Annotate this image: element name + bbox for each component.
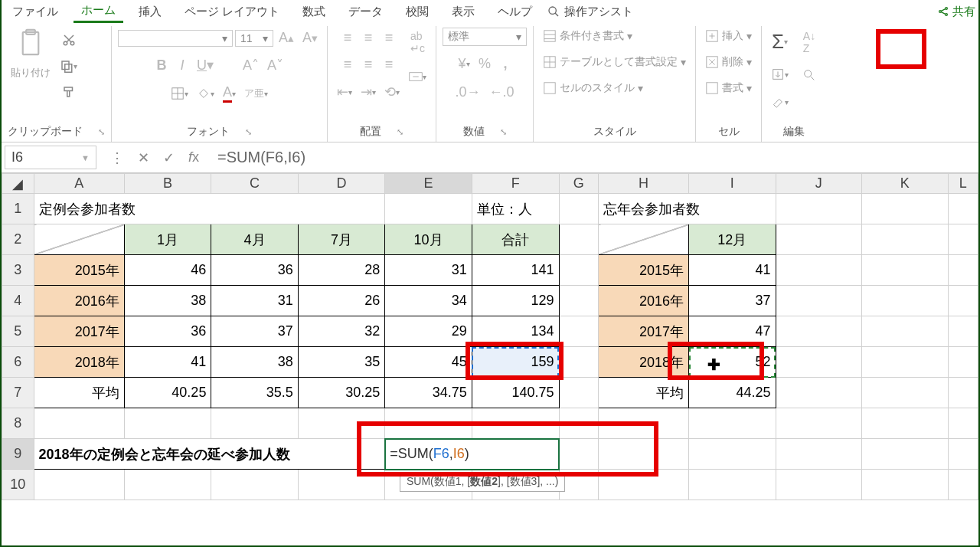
col-header-E[interactable]: E [385, 174, 472, 194]
cell-H8[interactable] [598, 408, 688, 439]
tab-help[interactable]: ヘルプ [490, 2, 540, 22]
alignment-dialog-launcher[interactable]: ⤡ [397, 127, 403, 137]
increase-indent-button[interactable]: ⇥ [358, 81, 379, 103]
cell-F7[interactable]: 140.75 [472, 378, 559, 408]
borders-button[interactable] [168, 84, 191, 103]
cell-B8[interactable] [124, 408, 211, 439]
cell-J10[interactable] [776, 470, 861, 500]
cell-G9[interactable] [559, 439, 598, 470]
cell-J5[interactable] [776, 316, 861, 347]
cell-A7[interactable]: 平均 [34, 378, 124, 408]
insert-function-button[interactable]: fx [188, 149, 199, 166]
cell-D5[interactable]: 32 [298, 316, 385, 347]
cell-A3[interactable]: 2015年 [34, 255, 124, 286]
cell-L1[interactable] [948, 194, 978, 224]
col-header-K[interactable]: K [862, 174, 948, 194]
fill-button[interactable] [768, 65, 792, 84]
cell-I4[interactable]: 37 [689, 286, 776, 316]
tell-me-search[interactable]: 操作アシスト [547, 5, 633, 19]
cell-G4[interactable] [559, 286, 598, 316]
cell-D2[interactable]: 7月 [298, 224, 385, 255]
cell-K5[interactable] [862, 316, 948, 347]
col-header-B[interactable]: B [124, 174, 211, 194]
cell-K1[interactable] [862, 194, 948, 224]
cut-button[interactable] [59, 31, 79, 49]
merge-button[interactable] [406, 67, 430, 86]
increase-font-2[interactable]: A˄ [240, 54, 262, 76]
cell-F8[interactable] [472, 408, 559, 439]
fill-color-button[interactable] [194, 84, 217, 103]
cell-styles-button[interactable]: セルのスタイル ▾ [540, 80, 646, 97]
cell-C3[interactable]: 36 [211, 255, 298, 286]
orientation-button[interactable]: ⟲ [381, 81, 403, 103]
cell-F6[interactable]: 159 [472, 347, 559, 378]
cell-L6[interactable] [948, 347, 978, 378]
cell-G8[interactable] [559, 408, 598, 439]
sort-filter-button[interactable]: A↓Z [800, 28, 818, 57]
cell-G3[interactable] [559, 255, 598, 286]
cell-E1[interactable] [385, 194, 472, 224]
cell-E3[interactable]: 31 [385, 255, 472, 286]
cell-L4[interactable] [948, 286, 978, 316]
cell-B6[interactable]: 41 [124, 347, 211, 378]
cell-I6[interactable]: 52 [689, 347, 776, 378]
cell-G2[interactable] [559, 224, 598, 255]
align-right-button[interactable]: ≡ [380, 54, 398, 75]
cell-E6[interactable]: 45 [385, 347, 472, 378]
cell-F3[interactable]: 141 [472, 255, 559, 286]
row-header-3[interactable]: 3 [2, 255, 34, 286]
select-all-corner[interactable]: ◢ [2, 174, 34, 194]
align-bottom-button[interactable]: ≡ [380, 28, 398, 48]
cell-C8[interactable] [211, 408, 298, 439]
font-family-combo[interactable]: ▾ [118, 30, 233, 47]
col-header-L[interactable]: L [948, 174, 978, 194]
accounting-format-button[interactable]: ¥ [455, 54, 473, 74]
cell-J9[interactable] [776, 439, 861, 470]
cell-E7[interactable]: 34.75 [385, 378, 472, 408]
conditional-formatting-button[interactable]: 条件付き書式 ▾ [540, 28, 635, 44]
col-header-J[interactable]: J [776, 174, 861, 194]
cell-E2[interactable]: 10月 [385, 224, 472, 255]
align-middle-button[interactable]: ≡ [359, 28, 377, 48]
align-left-button[interactable]: ≡ [338, 54, 357, 75]
cell-J3[interactable] [776, 255, 861, 286]
find-select-button[interactable] [799, 66, 819, 84]
cell-J8[interactable] [776, 408, 861, 439]
delete-cells-button[interactable]: 削除 ▾ [702, 54, 755, 70]
row-header-7[interactable]: 7 [2, 378, 34, 408]
cell-A10[interactable] [34, 470, 124, 500]
cell-H10[interactable] [598, 470, 688, 500]
cell-A1[interactable]: 定例会参加者数 [34, 194, 385, 224]
cell-J1[interactable] [776, 194, 861, 224]
cell-F4[interactable]: 129 [472, 286, 559, 316]
cell-E9[interactable]: =SUM(F6,I6) [385, 439, 559, 470]
tab-data[interactable]: データ [341, 2, 390, 22]
col-header-G[interactable]: G [559, 174, 598, 194]
cell-B2[interactable]: 1月 [124, 224, 211, 255]
copy-button[interactable] [57, 57, 80, 75]
decrease-indent-button[interactable]: ⇤ [334, 81, 355, 103]
cell-B10[interactable] [124, 470, 211, 500]
font-size-combo[interactable]: 11▾ [235, 30, 273, 47]
formula-input[interactable]: =SUM(F6,I6) [210, 146, 978, 169]
tab-review[interactable]: 校閲 [398, 2, 436, 22]
cell-I9[interactable] [689, 439, 776, 470]
insert-cells-button[interactable]: 挿入 ▾ [702, 28, 755, 44]
tab-view[interactable]: 表示 [444, 2, 482, 22]
col-header-I[interactable]: I [689, 174, 776, 194]
cell-K2[interactable] [862, 224, 948, 255]
cell-I8[interactable] [689, 408, 776, 439]
row-header-10[interactable]: 10 [2, 470, 34, 500]
tab-insert[interactable]: 挿入 [131, 2, 169, 22]
name-box[interactable]: I6▼ [5, 146, 96, 169]
cell-D6[interactable]: 35 [298, 347, 385, 378]
font-dialog-launcher[interactable]: ⤡ [245, 127, 252, 137]
cell-G5[interactable] [559, 316, 598, 347]
col-header-F[interactable]: F [472, 174, 559, 194]
cell-E5[interactable]: 29 [385, 316, 472, 347]
worksheet[interactable]: ◢ A B C D E F G H I J K L 1 定例会参加者数 単位：人… [2, 173, 978, 500]
cell-E8[interactable] [385, 408, 472, 439]
cell-A5[interactable]: 2017年 [34, 316, 124, 347]
cell-D4[interactable]: 26 [298, 286, 385, 316]
cell-H5[interactable]: 2017年 [598, 316, 688, 347]
